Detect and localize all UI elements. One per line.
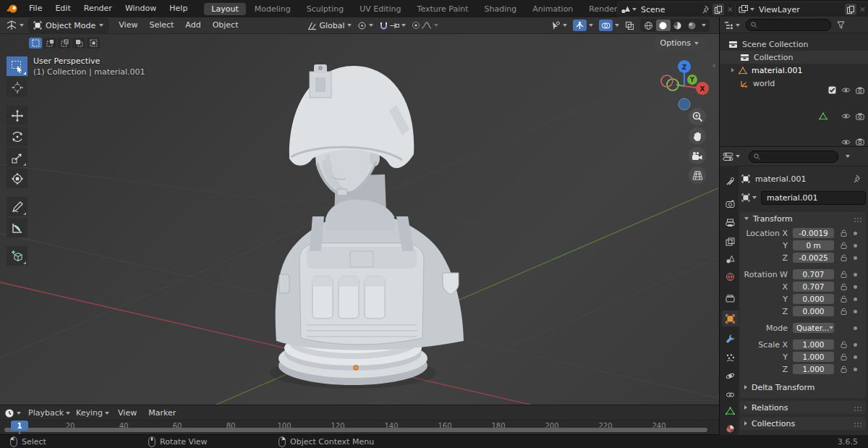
menu-marker[interactable]: Marker (142, 405, 182, 420)
delta-transform-panel[interactable]: Delta Transform (740, 381, 866, 394)
scene-collection-label[interactable]: Scene Collection (742, 40, 808, 49)
hide-eye-icon[interactable] (841, 139, 851, 145)
expand-icon[interactable] (731, 68, 734, 72)
menu-help[interactable]: Help (163, 0, 194, 17)
location-z-field[interactable]: -0.0025 (793, 253, 834, 263)
pin-icon[interactable] (702, 5, 710, 14)
tab-modeling[interactable]: Modeling (247, 3, 298, 15)
lock-icon[interactable] (840, 365, 847, 373)
animate-dot[interactable] (854, 368, 857, 371)
select-set-button[interactable] (29, 38, 42, 48)
menu-playback[interactable]: Playback (28, 408, 70, 418)
animate-dot[interactable] (854, 355, 857, 359)
lock-icon[interactable] (840, 271, 847, 278)
tool-transform[interactable] (7, 169, 27, 188)
menu-select[interactable]: Select (143, 17, 179, 33)
disable-render-icon[interactable] (856, 138, 864, 145)
location-x-field[interactable]: -0.0019 (793, 228, 834, 238)
timeline-editor-type-button[interactable] (4, 408, 21, 418)
playhead[interactable]: 1 (11, 420, 28, 431)
options-button[interactable]: Options (655, 37, 705, 49)
tab-modifiers[interactable] (722, 330, 738, 346)
tab-output[interactable] (722, 215, 738, 231)
snap-settings[interactable] (389, 21, 406, 30)
panel-grip[interactable] (854, 218, 856, 219)
tab-object-data[interactable] (722, 403, 738, 419)
shading-rendered-button[interactable] (685, 20, 699, 31)
menu-tl-view[interactable]: View (112, 405, 142, 420)
tab-texture-paint[interactable]: Texture Paint (410, 3, 476, 15)
shading-wireframe-button[interactable] (642, 20, 656, 31)
menu-file[interactable]: File (22, 0, 48, 17)
disable-render-icon[interactable] (856, 113, 864, 120)
animate-dot[interactable] (854, 326, 857, 330)
tab-material[interactable] (722, 420, 738, 436)
menu-render[interactable]: Render (77, 0, 119, 17)
tab-particles[interactable] (722, 350, 738, 365)
tool-select-box[interactable] (7, 56, 27, 76)
viewport-3d[interactable]: Options User Perspective (1) Collection … (0, 34, 719, 405)
relations-panel[interactable]: Relations (740, 401, 866, 414)
shading-solid-button[interactable] (656, 20, 671, 31)
tab-scene[interactable] (722, 251, 738, 267)
pin-icon[interactable] (854, 174, 861, 183)
world-label[interactable]: world (753, 79, 775, 88)
outliner-search[interactable] (746, 19, 831, 31)
xray-toggle[interactable] (625, 21, 634, 30)
select-intersect-button[interactable] (87, 38, 100, 48)
rotation-z-field[interactable]: 0.000 (793, 306, 834, 316)
rotation-w-field[interactable]: 0.707 (793, 269, 834, 279)
proportional-falloff-selector[interactable] (421, 21, 438, 30)
tool-move[interactable] (7, 106, 27, 125)
tab-physics[interactable] (722, 368, 738, 384)
lock-icon[interactable] (840, 353, 847, 360)
menu-view[interactable]: View (113, 17, 143, 33)
viewlayer-selector[interactable]: ViewLayer ✕ (735, 1, 868, 17)
viewlayer-name[interactable]: ViewLayer (754, 5, 843, 14)
animate-dot[interactable] (854, 273, 857, 276)
animate-dot[interactable] (854, 232, 857, 235)
lock-icon[interactable] (840, 242, 847, 249)
timeline-scrollbar[interactable] (4, 428, 707, 432)
tab-sculpting[interactable]: Sculpting (299, 3, 351, 15)
select-invert-button[interactable] (72, 38, 85, 48)
collections-panel[interactable]: Collections (740, 417, 866, 430)
tab-layout[interactable]: Layout (204, 3, 245, 15)
location-y-field[interactable]: 0 m (793, 240, 834, 250)
menu-object[interactable]: Object (207, 17, 244, 33)
hide-eye-icon[interactable] (841, 113, 851, 119)
filter-icon[interactable] (837, 21, 845, 29)
tab-world[interactable] (722, 269, 738, 284)
breadcrumb-object-name[interactable]: material.001 (755, 174, 806, 184)
object-name-field[interactable]: material.001 (761, 191, 866, 205)
navigation-gizmo[interactable]: Z X Y (655, 58, 712, 113)
tab-object[interactable] (722, 310, 739, 326)
properties-editor-type-button[interactable] (723, 152, 740, 161)
tab-collection[interactable] (722, 290, 738, 306)
gizmos-toggle[interactable] (573, 20, 593, 31)
snap-toggle[interactable] (379, 21, 388, 30)
tool-cursor[interactable] (7, 77, 27, 97)
lock-icon[interactable] (840, 295, 847, 303)
lock-icon[interactable] (840, 341, 847, 348)
orientation-selector[interactable]: Global (307, 21, 351, 30)
tab-shading[interactable]: Shading (477, 3, 524, 15)
new-scene-button[interactable] (712, 4, 724, 15)
animate-dot[interactable] (854, 310, 857, 313)
animate-dot[interactable] (854, 343, 857, 347)
tool-scale[interactable] (7, 148, 27, 167)
animate-dot[interactable] (854, 256, 857, 260)
toggle-grid-button[interactable] (689, 166, 706, 184)
tab-view-layer[interactable] (722, 234, 738, 250)
rotation-mode-select[interactable]: Quater... (793, 323, 834, 333)
outliner-row-world[interactable]: world (720, 77, 868, 90)
transform-panel-header[interactable]: Transform (740, 212, 866, 225)
editor-type-button[interactable] (6, 20, 24, 30)
show-object-types-selector[interactable] (550, 21, 567, 30)
tab-tool[interactable] (722, 173, 738, 189)
tool-measure[interactable] (7, 218, 27, 237)
blender-logo-icon[interactable] (6, 4, 18, 14)
panel-grip[interactable] (854, 423, 856, 424)
menu-add[interactable]: Add (179, 17, 206, 33)
tool-add-cube[interactable] (7, 246, 27, 266)
